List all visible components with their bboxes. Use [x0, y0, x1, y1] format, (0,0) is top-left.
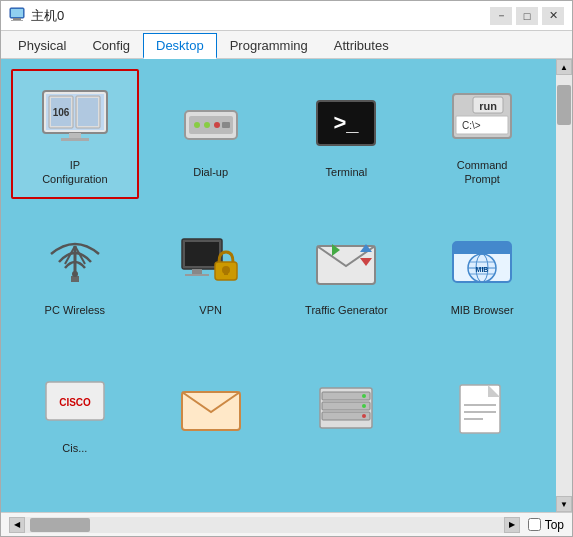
- app-terminal[interactable]: >_ Terminal: [283, 69, 411, 199]
- pc-wireless-icon: [40, 227, 110, 297]
- app-mib-browser[interactable]: MIB MIB Browser: [418, 207, 546, 337]
- terminal-label: Terminal: [326, 165, 368, 179]
- vertical-scrollbar: ▲ ▼: [556, 59, 572, 512]
- command-prompt-label: CommandPrompt: [457, 158, 508, 187]
- tab-attributes[interactable]: Attributes: [321, 32, 402, 58]
- app-grid: 106 IPConfiguration: [1, 59, 556, 512]
- terminal-icon: >_: [311, 89, 381, 159]
- top-checkbox-area: Top: [528, 518, 564, 532]
- content-area: 106 IPConfiguration: [1, 59, 572, 512]
- svg-point-60: [362, 404, 366, 408]
- svg-point-17: [214, 122, 220, 128]
- tab-programming[interactable]: Programming: [217, 32, 321, 58]
- svg-point-59: [362, 394, 366, 398]
- app-vpn[interactable]: VPN: [147, 207, 275, 337]
- svg-rect-33: [185, 242, 219, 266]
- email-icon: [176, 372, 246, 442]
- scroll-right-button[interactable]: ▶: [504, 517, 520, 533]
- svg-rect-2: [11, 20, 23, 21]
- app-unknown2[interactable]: [418, 345, 546, 475]
- svg-text:C:\>: C:\>: [462, 120, 481, 131]
- horizontal-scrollbar: ◀ ▶: [9, 517, 520, 533]
- vpn-icon: [176, 227, 246, 297]
- title-bar: 主机0 － □ ✕: [1, 1, 572, 31]
- app-ip-configuration[interactable]: 106 IPConfiguration: [11, 69, 139, 199]
- dial-up-label: Dial-up: [193, 165, 228, 179]
- main-window: 主机0 － □ ✕ Physical Config Desktop Progra…: [0, 0, 573, 537]
- window-controls: － □ ✕: [490, 7, 564, 25]
- app-pc-wireless[interactable]: PC Wireless: [11, 207, 139, 337]
- svg-rect-18: [222, 122, 230, 128]
- cisco-icon: CISCO: [40, 365, 110, 435]
- tab-bar: Physical Config Desktop Programming Attr…: [1, 31, 572, 59]
- tab-physical[interactable]: Physical: [5, 32, 79, 58]
- title-icon: [9, 6, 25, 25]
- command-prompt-icon: run C:\>: [447, 82, 517, 152]
- dial-up-icon: [176, 89, 246, 159]
- svg-point-61: [362, 414, 366, 418]
- svg-point-16: [204, 122, 210, 128]
- traffic-generator-label: Traffic Generator: [305, 303, 388, 317]
- svg-text:run: run: [479, 100, 497, 112]
- mib-browser-icon: MIB: [447, 227, 517, 297]
- app-unknown3[interactable]: IPv4 Route: [11, 483, 139, 512]
- svg-text:MIB: MIB: [476, 266, 489, 273]
- svg-rect-11: [69, 133, 81, 138]
- svg-rect-38: [224, 270, 228, 275]
- svg-rect-45: [453, 248, 511, 254]
- app-email[interactable]: [147, 345, 275, 475]
- top-checkbox-label: Top: [545, 518, 564, 532]
- scroll-left-button[interactable]: ◀: [9, 517, 25, 533]
- svg-text:CISCO: CISCO: [59, 397, 91, 408]
- svg-rect-1: [13, 18, 21, 20]
- svg-rect-35: [185, 274, 209, 276]
- scroll-up-button[interactable]: ▲: [556, 59, 572, 75]
- scroll-thumb-vertical[interactable]: [557, 85, 571, 125]
- svg-point-31: [72, 271, 78, 277]
- unknown1-icon: [311, 372, 381, 442]
- scroll-track-vertical: [556, 75, 572, 496]
- app-traffic-generator[interactable]: Traffic Generator: [283, 207, 411, 337]
- window-title: 主机0: [31, 7, 64, 25]
- svg-text:>_: >_: [334, 110, 360, 135]
- unknown3-icon: IPv4 Route: [40, 510, 110, 512]
- bottom-bar: ◀ ▶ Top: [1, 512, 572, 536]
- svg-rect-12: [61, 138, 89, 141]
- svg-text:106: 106: [53, 107, 70, 118]
- vpn-label: VPN: [199, 303, 222, 317]
- app-dial-up[interactable]: Dial-up: [147, 69, 275, 199]
- app-cisco[interactable]: CISCO Cis...: [11, 345, 139, 475]
- scroll-down-button[interactable]: ▼: [556, 496, 572, 512]
- cisco-label: Cis...: [62, 441, 87, 455]
- app-unknown1[interactable]: [283, 345, 411, 475]
- ip-configuration-icon: 106: [40, 82, 110, 152]
- unknown2-icon: [447, 372, 517, 442]
- close-button[interactable]: ✕: [542, 7, 564, 25]
- maximize-button[interactable]: □: [516, 7, 538, 25]
- ip-configuration-label: IPConfiguration: [42, 158, 107, 187]
- tab-config[interactable]: Config: [79, 32, 143, 58]
- svg-rect-3: [11, 9, 23, 17]
- title-left: 主机0: [9, 6, 64, 25]
- svg-rect-10: [78, 98, 98, 126]
- top-checkbox[interactable]: [528, 518, 541, 531]
- svg-point-15: [194, 122, 200, 128]
- tab-desktop[interactable]: Desktop: [143, 33, 217, 59]
- pc-wireless-label: PC Wireless: [45, 303, 106, 317]
- scroll-track-horizontal: [25, 517, 504, 533]
- svg-rect-34: [192, 269, 202, 274]
- traffic-generator-icon: [311, 227, 381, 297]
- scroll-thumb-horizontal[interactable]: [30, 518, 90, 532]
- mib-browser-label: MIB Browser: [451, 303, 514, 317]
- app-command-prompt[interactable]: run C:\> CommandPrompt: [418, 69, 546, 199]
- minimize-button[interactable]: －: [490, 7, 512, 25]
